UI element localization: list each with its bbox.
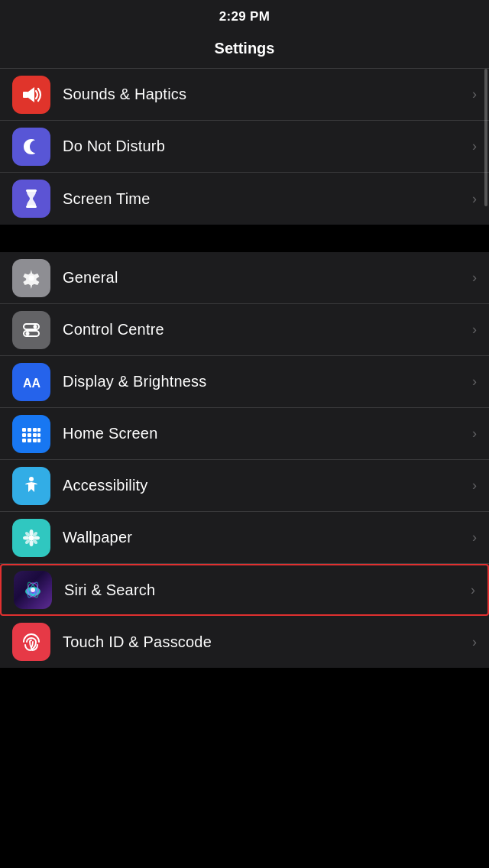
svg-rect-17	[37, 433, 40, 437]
settings-row-display-brightness[interactable]: AA Display & Brightness ›	[0, 356, 489, 408]
settings-row-control-centre[interactable]: Control Centre ›	[0, 304, 489, 356]
svg-point-26	[23, 536, 29, 539]
wallpaper-label: Wallpaper	[63, 529, 466, 546]
svg-text:AA: AA	[23, 377, 41, 390]
home-screen-label: Home Screen	[63, 425, 466, 442]
page-title: Settings	[215, 40, 275, 57]
screen-time-icon	[12, 180, 50, 218]
svg-rect-19	[28, 439, 31, 442]
svg-rect-3	[26, 206, 37, 208]
svg-rect-14	[22, 433, 26, 437]
svg-point-8	[26, 332, 30, 335]
svg-rect-18	[22, 439, 26, 442]
status-time: 2:29 PM	[219, 9, 270, 24]
do-not-disturb-icon	[12, 128, 50, 166]
settings-row-home-screen[interactable]: Home Screen ›	[0, 408, 489, 460]
chevron-screen-time: ›	[472, 191, 477, 207]
general-label: General	[63, 269, 466, 287]
main-section: General › Control Centre › AA Display & …	[0, 252, 489, 668]
chevron-general: ›	[472, 270, 477, 286]
section-divider	[0, 225, 489, 252]
scroll-indicator	[484, 69, 487, 206]
display-brightness-icon: AA	[12, 363, 50, 401]
home-screen-icon	[12, 415, 50, 453]
general-icon	[12, 259, 50, 297]
svg-rect-2	[26, 189, 37, 192]
siri-search-label: Siri & Search	[64, 581, 465, 599]
chevron-sounds: ›	[472, 86, 477, 102]
chevron-touch-id: ›	[472, 634, 477, 650]
svg-rect-11	[28, 428, 31, 432]
svg-rect-0	[23, 92, 28, 98]
svg-point-6	[34, 325, 37, 329]
svg-point-36	[31, 588, 35, 592]
settings-row-screen-time[interactable]: Screen Time ›	[0, 173, 489, 225]
settings-row-do-not-disturb[interactable]: Do Not Disturb ›	[0, 121, 489, 173]
svg-point-22	[29, 477, 34, 481]
settings-row-touch-id-passcode[interactable]: Touch ID & Passcode ›	[0, 616, 489, 668]
sounds-haptics-icon	[12, 76, 50, 114]
control-centre-label: Control Centre	[63, 321, 466, 338]
svg-rect-10	[22, 428, 26, 432]
siri-search-icon	[14, 571, 52, 609]
status-bar: 2:29 PM	[0, 0, 489, 34]
settings-row-siri-search[interactable]: Siri & Search ›	[0, 564, 489, 616]
svg-rect-12	[33, 428, 37, 432]
touch-id-label: Touch ID & Passcode	[63, 633, 466, 651]
chevron-control-centre: ›	[472, 322, 477, 338]
settings-row-accessibility[interactable]: Accessibility ›	[0, 460, 489, 512]
svg-rect-20	[33, 439, 37, 442]
svg-rect-15	[28, 433, 31, 437]
accessibility-label: Accessibility	[63, 477, 466, 494]
accessibility-icon	[12, 467, 50, 505]
svg-point-23	[29, 535, 34, 540]
svg-rect-13	[37, 428, 40, 432]
display-brightness-label: Display & Brightness	[63, 373, 466, 390]
touch-id-icon	[12, 623, 50, 661]
top-section: Sounds & Haptics › Do Not Disturb › Scre…	[0, 69, 489, 225]
screen-time-label: Screen Time	[63, 190, 466, 208]
chevron-siri: ›	[471, 582, 475, 598]
settings-row-general[interactable]: General ›	[0, 252, 489, 304]
svg-marker-1	[28, 87, 34, 102]
page-title-bar: Settings	[0, 34, 489, 69]
settings-row-sounds-haptics[interactable]: Sounds & Haptics ›	[0, 69, 489, 121]
svg-rect-16	[33, 433, 37, 437]
control-centre-icon	[12, 311, 50, 349]
svg-point-27	[34, 536, 40, 539]
sounds-haptics-label: Sounds & Haptics	[63, 86, 466, 103]
chevron-accessibility: ›	[472, 478, 477, 494]
wallpaper-icon	[12, 519, 50, 557]
chevron-home-screen: ›	[472, 426, 477, 442]
svg-point-24	[30, 530, 34, 536]
do-not-disturb-label: Do Not Disturb	[63, 138, 466, 155]
chevron-wallpaper: ›	[472, 530, 477, 546]
chevron-display: ›	[472, 374, 477, 390]
settings-row-wallpaper[interactable]: Wallpaper ›	[0, 512, 489, 564]
chevron-dnd: ›	[472, 138, 477, 154]
svg-rect-21	[37, 439, 40, 442]
svg-point-25	[30, 540, 34, 546]
